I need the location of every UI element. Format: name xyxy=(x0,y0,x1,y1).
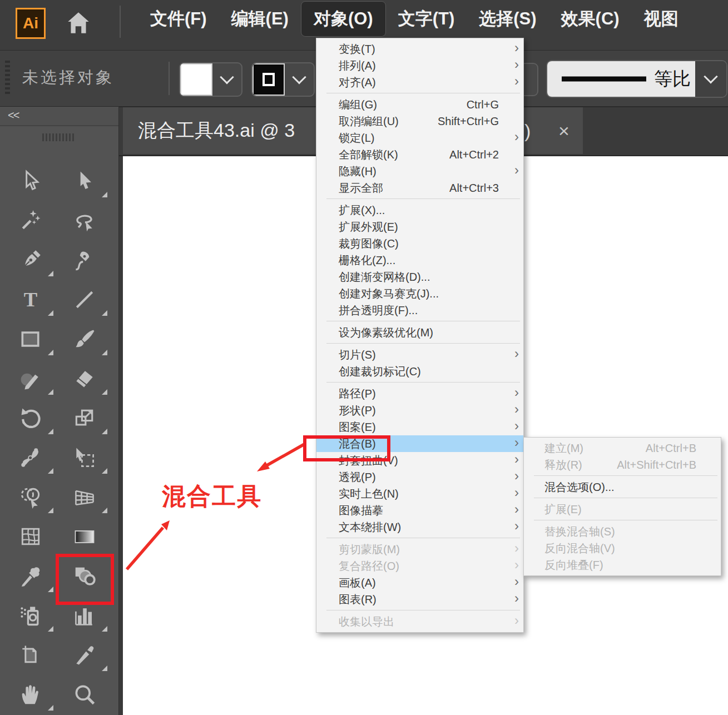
menu-item-14[interactable]: 栅格化(Z)... xyxy=(316,252,523,269)
menu-item-39[interactable]: 收集以导出› xyxy=(316,613,523,630)
tool-line-segment-tool[interactable] xyxy=(57,280,111,319)
flyout-triangle-icon xyxy=(48,350,53,355)
tool-width-tool[interactable] xyxy=(3,438,57,477)
menu-item-31[interactable]: 图像描摹› xyxy=(316,502,523,519)
menu-item-5[interactable]: 扩展(E) xyxy=(524,501,721,518)
menubar-item-4[interactable]: 选择(S) xyxy=(467,2,548,36)
tool-type-tool[interactable]: T xyxy=(3,280,57,319)
menu-item-19[interactable]: 设为像素级优化(M) xyxy=(316,324,523,341)
stroke-profile-preview[interactable]: 等比 xyxy=(547,61,695,97)
menu-item-1[interactable]: 排列(A)› xyxy=(316,57,523,74)
menu-item-29[interactable]: 透视(P)› xyxy=(316,469,523,485)
menu-item-17[interactable]: 拼合透明度(F)... xyxy=(316,302,523,319)
menu-item-30[interactable]: 实时上色(N)› xyxy=(316,485,523,502)
flyout-triangle-icon xyxy=(48,310,53,316)
menu-item-32[interactable]: 文本绕排(W)› xyxy=(316,519,523,535)
stroke-profile-dropdown-button[interactable] xyxy=(695,61,726,97)
tool-mesh-tool[interactable] xyxy=(3,517,57,556)
tool-blend-tool[interactable] xyxy=(57,556,111,595)
menu-item-0[interactable]: 建立(M)Alt+Ctrl+B xyxy=(524,440,721,456)
fill-swatch[interactable] xyxy=(180,63,212,96)
menu-item-2[interactable]: 对齐(A)› xyxy=(316,74,523,91)
close-icon[interactable]: × xyxy=(555,120,573,141)
stroke-swatch[interactable] xyxy=(252,63,285,96)
menu-item-5[interactable]: 取消编组(U)Shift+Ctrl+G xyxy=(316,113,523,130)
tool-magic-wand-tool[interactable] xyxy=(3,201,57,240)
menu-item-25[interactable]: 形状(P)› xyxy=(316,402,523,419)
menu-item-37[interactable]: 图表(R)› xyxy=(316,591,523,608)
menu-item-21[interactable]: 切片(S)› xyxy=(316,346,523,363)
tool-eyedropper-tool[interactable] xyxy=(3,556,57,595)
tool-shape-builder-tool[interactable] xyxy=(3,477,57,517)
menubar-item-3[interactable]: 文字(T) xyxy=(386,2,467,36)
menubar-item-0[interactable]: 文件(F) xyxy=(138,2,219,36)
menu-item-16[interactable]: 创建对象马赛克(J)... xyxy=(316,285,523,302)
menu-item-8[interactable]: 隐藏(H)› xyxy=(316,163,523,180)
menu-item-label: 栅格化(Z)... xyxy=(339,253,395,268)
menu-item-26[interactable]: 图案(E)› xyxy=(316,419,523,435)
tool-symbol-sprayer-tool[interactable] xyxy=(3,595,57,635)
tool-zoom-tool[interactable] xyxy=(57,674,111,714)
menu-item-8[interactable]: 反向混合轴(V) xyxy=(524,540,721,557)
tool-pen-tool[interactable] xyxy=(3,240,57,280)
menu-separator xyxy=(326,198,520,199)
tool-column-graph-tool[interactable] xyxy=(57,595,111,635)
menu-item-13[interactable]: 裁剪图像(C) xyxy=(316,235,523,252)
menu-item-4[interactable]: 编组(G)Ctrl+G xyxy=(316,96,523,113)
menubar-item-5[interactable]: 效果(C) xyxy=(549,2,632,36)
tool-artboard-tool[interactable] xyxy=(3,635,57,674)
menu-item-6[interactable]: 锁定(L)› xyxy=(316,130,523,146)
shaper-tool-icon xyxy=(18,366,43,391)
menu-item-22[interactable]: 创建裁切标记(C) xyxy=(316,363,523,380)
submenu-arrow-icon: › xyxy=(507,163,519,177)
stroke-weight-control-fragment[interactable] xyxy=(522,63,538,96)
tool-gradient-tool[interactable] xyxy=(57,517,111,556)
tool-selection-tool[interactable] xyxy=(3,161,57,201)
menu-item-15[interactable]: 创建渐变网格(D)... xyxy=(316,269,523,285)
menu-item-28[interactable]: 封套扭曲(V)› xyxy=(316,452,523,469)
menubar-item-6[interactable]: 视图 xyxy=(632,2,691,36)
stroke-profile-line-icon xyxy=(562,77,646,82)
tool-scale-tool[interactable] xyxy=(57,398,111,438)
menu-item-35[interactable]: 复合路径(O)› xyxy=(316,558,523,574)
submenu-arrow-icon: › xyxy=(507,558,519,572)
tool-paintbrush-tool[interactable] xyxy=(57,319,111,359)
tool-direct-selection-tool[interactable] xyxy=(57,161,111,201)
stroke-dropdown-button[interactable] xyxy=(285,63,314,96)
menubar-item-1[interactable]: 编辑(E) xyxy=(219,2,301,36)
menubar-separator xyxy=(120,6,121,38)
home-icon[interactable] xyxy=(65,9,92,37)
collapse-panel-button[interactable]: << xyxy=(8,109,18,122)
tool-lasso-tool[interactable] xyxy=(57,201,111,240)
menu-item-24[interactable]: 路径(P)› xyxy=(316,385,523,402)
menu-item-34[interactable]: 剪切蒙版(M)› xyxy=(316,541,523,558)
menu-item-7[interactable]: 全部解锁(K)Alt+Ctrl+2 xyxy=(316,146,523,163)
menu-item-27[interactable]: 混合(B)› xyxy=(316,435,523,452)
tool-slice-tool[interactable] xyxy=(57,635,111,674)
menu-item-0[interactable]: 变换(T)› xyxy=(316,41,523,57)
tool-free-transform-tool[interactable] xyxy=(57,438,111,477)
menu-item-7[interactable]: 替换混合轴(S) xyxy=(524,523,721,540)
menu-item-36[interactable]: 画板(A)› xyxy=(316,574,523,591)
tool-rectangle-tool[interactable] xyxy=(3,319,57,359)
selection-tool-icon xyxy=(18,169,43,193)
menu-item-9[interactable]: 显示全部Alt+Ctrl+3 xyxy=(316,180,523,196)
tool-shaper-tool[interactable] xyxy=(3,359,57,398)
menu-item-1[interactable]: 释放(R)Alt+Shift+Ctrl+B xyxy=(524,456,721,473)
free-transform-tool-icon xyxy=(72,445,97,470)
menu-item-9[interactable]: 反向堆叠(F) xyxy=(524,557,721,573)
tool-perspective-grid-tool[interactable] xyxy=(57,477,111,517)
menubar-item-2[interactable]: 对象(O) xyxy=(301,1,386,37)
tool-rotate-tool[interactable] xyxy=(3,398,57,438)
menu-item-label: 编组(G) xyxy=(339,97,377,112)
fill-color-control xyxy=(179,62,242,97)
tool-hand-tool[interactable] xyxy=(3,674,57,714)
tool-eraser-tool[interactable] xyxy=(57,359,111,398)
tools-panel-drag-handle[interactable] xyxy=(42,133,75,141)
menu-item-3[interactable]: 混合选项(O)... xyxy=(524,479,721,495)
menu-item-12[interactable]: 扩展外观(E) xyxy=(316,219,523,235)
fill-dropdown-button[interactable] xyxy=(212,63,241,96)
tool-curvature-tool[interactable] xyxy=(57,240,111,280)
controlbar-drag-handle[interactable] xyxy=(5,61,10,96)
menu-item-11[interactable]: 扩展(X)... xyxy=(316,202,523,219)
